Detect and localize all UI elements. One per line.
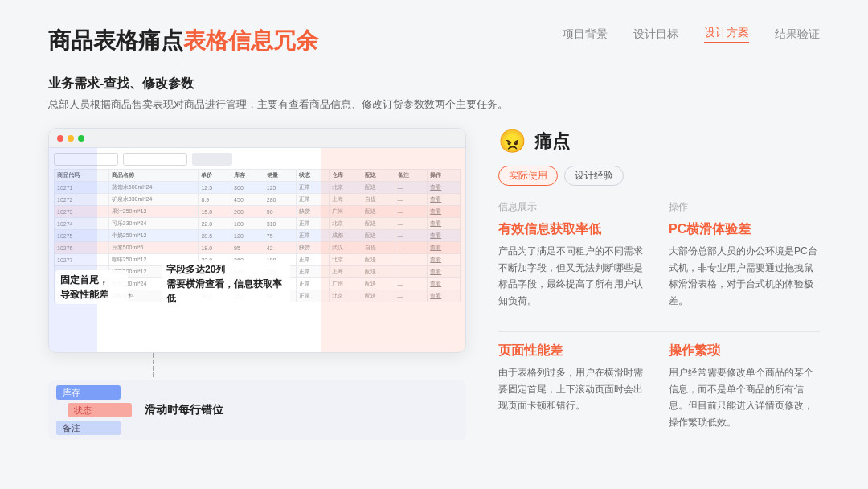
table-cell: 75: [264, 230, 297, 242]
table-cell: —: [395, 266, 428, 278]
table-cell: 上海: [330, 266, 362, 278]
tag-group: 实际使用 设计经验: [498, 166, 820, 186]
table-cell: 成都: [330, 230, 362, 242]
pain-item-3-title: 页面性能差: [498, 342, 649, 360]
table-header-cell: 备注: [395, 170, 428, 182]
table-cell: 豆浆500ml*6: [108, 242, 199, 254]
col-label-op: 操作: [669, 200, 820, 214]
nav-item-background[interactable]: 项目背景: [563, 27, 608, 42]
annotation-columns: 字段多达20列需要横滑查看，信息获取率低: [162, 260, 290, 308]
table-cell: 42: [264, 242, 297, 254]
table-cell: —: [395, 218, 428, 230]
pain-header: 😠 痛点: [498, 128, 820, 154]
search-button-fake: [192, 153, 232, 166]
pain-item-2: PC横滑体验差 大部份总部人员的办公环境是PC台式机，非专业用户需要通过拖拽鼠标…: [669, 220, 820, 309]
table-cell: 查看: [428, 218, 461, 230]
table-cell: 查看: [428, 182, 461, 194]
table-row: 10274可乐330ml*2422.0180310正常北京配送—查看: [55, 218, 461, 230]
table-cell: 10276: [55, 242, 109, 254]
table-cell: —: [395, 254, 428, 266]
table-cell: 北京: [330, 218, 362, 230]
section-title: 业务需求-查找、修改参数: [48, 76, 820, 92]
table-row: 10271蒸馏水500ml*2412.5300125正常北京配送—查看: [55, 182, 461, 194]
table-cell: 北京: [330, 290, 362, 302]
table-cell: 10272: [55, 194, 109, 206]
tag-design-exp[interactable]: 设计经验: [564, 166, 624, 186]
table-cell: 查看: [428, 266, 461, 278]
table-cell: 正常: [297, 266, 330, 278]
window-dot-green: [78, 135, 84, 142]
table-cell: 配送: [362, 254, 395, 266]
table-cell: 查看: [428, 254, 461, 266]
table-cell: 正常: [297, 278, 330, 290]
table-cell: 正常: [297, 182, 330, 194]
table-cell: 300: [231, 182, 264, 194]
table-cell: —: [395, 194, 428, 206]
table-cell: —: [395, 230, 428, 242]
table-content: 商品代码商品名称单价库存销量状态仓库配送备注操作 10271蒸馏水500ml*2…: [49, 148, 465, 352]
table-cell: 可乐330ml*24: [108, 218, 199, 230]
table-header-cell: 配送: [362, 170, 395, 182]
table-cell: 武汉: [330, 242, 362, 254]
table-row: 10275牛奶250ml*1228.512075正常成都配送—查看: [55, 230, 461, 242]
table-cell: 上海: [330, 194, 362, 206]
table-cell: 配送: [362, 182, 395, 194]
table-cell: 310: [264, 218, 297, 230]
table-cell: 280: [264, 194, 297, 206]
table-cell: 90: [264, 206, 297, 218]
table-cell: 10273: [55, 206, 109, 218]
table-cell: 配送: [362, 218, 395, 230]
top-nav: 项目背景 设计目标 设计方案 结果验证: [563, 26, 820, 43]
misalign-label: 滑动时每行错位: [145, 403, 223, 417]
table-cell: 200: [231, 206, 264, 218]
row-bar-2: 状态: [68, 403, 132, 417]
table-cell: 28.5: [199, 230, 231, 242]
pain-item-4: 操作繁琐 用户经常需要修改单个商品的某个信息，而不是单个商品的所有信息。但目前只…: [669, 342, 820, 430]
page-container: 项目背景 设计目标 设计方案 结果验证 商品表格痛点表格信息冗余 业务需求-查找…: [0, 0, 868, 489]
pain-item-2-desc: 大部份总部人员的办公环境是PC台式机，非专业用户需要通过拖拽鼠标滑滑表格，对于台…: [669, 243, 820, 309]
table-row: 10276豆浆500ml*618.09542缺货武汉自提—查看: [55, 242, 461, 254]
table-cell: 10277: [55, 254, 109, 266]
right-panel: 😠 痛点 实际使用 设计经验 信息展示 操作 有效信息获取率低 产品为了满足不同…: [498, 128, 820, 443]
table-cell: 正常: [297, 290, 330, 302]
filter-input-2: [123, 153, 187, 166]
table-cell: 查看: [428, 242, 461, 254]
table-header-cell: 库存: [231, 170, 264, 182]
table-cell: 180: [231, 218, 264, 230]
table-cell: 矿泉水330ml*24: [108, 194, 199, 206]
misalign-rows: 库存 状态 备注: [56, 385, 132, 435]
table-cell: 配送: [362, 206, 395, 218]
pain-item-2-title: PC横滑体验差: [669, 220, 820, 238]
table-header-cell: 单价: [199, 170, 231, 182]
filter-input-1: [54, 153, 118, 166]
pain-item-1: 有效信息获取率低 产品为了满足不同租户的不同需求不断加字段，但又无法判断哪些是标…: [498, 220, 649, 309]
nav-item-result[interactable]: 结果验证: [775, 27, 820, 42]
table-cell: 正常: [297, 254, 330, 266]
page-title-highlight: 表格信息冗余: [183, 28, 318, 53]
table-header-cell: 商品代码: [55, 170, 109, 182]
table-cell: 缺货: [297, 206, 330, 218]
table-cell: 配送: [362, 230, 395, 242]
table-cell: 广州: [330, 278, 362, 290]
row-misalign-illustration: 库存 状态 备注 滑动时每行错位: [48, 380, 466, 440]
table-cell: 125: [264, 182, 297, 194]
table-row: 10273果汁250ml*1215.020090缺货广州配送—查看: [55, 206, 461, 218]
table-header-cell: 销量: [264, 170, 297, 182]
table-cell: —: [395, 242, 428, 254]
pain-item-3-desc: 由于表格列过多，用户在横滑时需要固定首尾，上下滚动页面时会出现页面卡顿和错行。: [498, 364, 649, 413]
table-cell: 北京: [330, 182, 362, 194]
window-chrome: [49, 129, 465, 148]
nav-item-design-goal[interactable]: 设计目标: [633, 27, 678, 42]
table-header-cell: 仓库: [330, 170, 362, 182]
window-dot-yellow: [68, 135, 74, 142]
nav-item-design-solution[interactable]: 设计方案: [704, 26, 749, 43]
tag-actual-use[interactable]: 实际使用: [498, 166, 558, 186]
table-header-cell: 状态: [297, 170, 330, 182]
table-cell: 10275: [55, 230, 109, 242]
pain-title: 痛点: [534, 129, 570, 154]
table-cell: 查看: [428, 206, 461, 218]
table-cell: 正常: [297, 230, 330, 242]
section-desc: 总部人员根据商品售卖表现对商品进行管理，主要有查看商品信息、修改订货参数数两个主…: [48, 97, 820, 112]
pain-item-1-title: 有效信息获取率低: [498, 220, 649, 238]
table-cell: 正常: [297, 194, 330, 206]
